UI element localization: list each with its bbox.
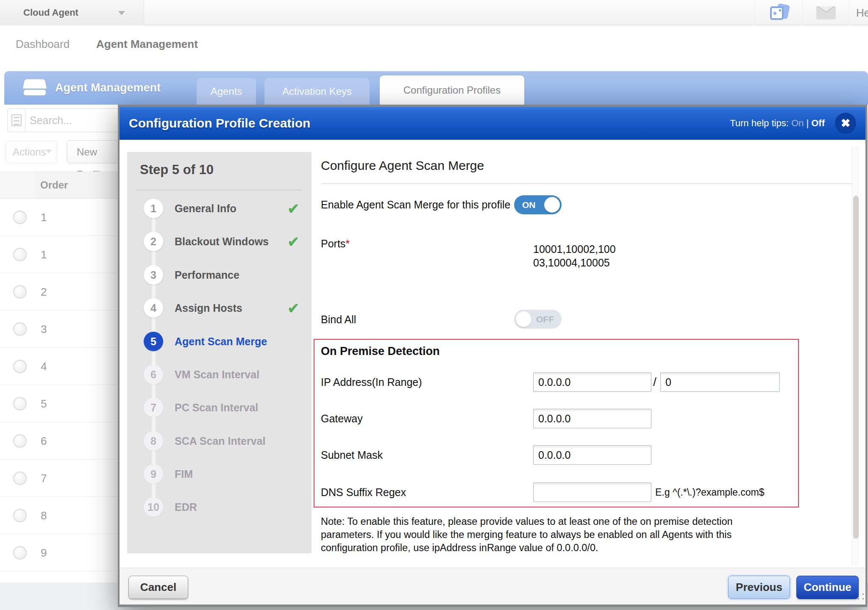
page-title: Configure Agent Scan Merge (321, 158, 484, 173)
ports-label: Ports* (321, 234, 350, 253)
wizard-connector-line (152, 208, 156, 507)
wizard-steps-panel: Step 5 of 10 1 General Info ✔ 2 Blackout… (127, 152, 312, 553)
mail-icon (816, 6, 836, 19)
dns-suffix-regex-label: DNS Suffix Regex (321, 482, 406, 502)
wizard-step-performance[interactable]: 3 Performance ✔ (127, 265, 312, 285)
mail-button[interactable] (802, 0, 849, 25)
order-column-header[interactable]: Order (40, 172, 68, 198)
previous-button[interactable]: Previous (728, 576, 790, 599)
table-row: 3 (0, 311, 127, 348)
breadcrumb-agent-management[interactable]: Agent Management (96, 26, 198, 62)
profiles-list-panel: Actions New Profile Order 1 1 2 3 4 5 6 … (0, 105, 127, 582)
enable-scan-merge-label: Enable Agent Scan Merge for this profile (321, 195, 511, 214)
select-column-header (0, 172, 35, 198)
table-row: 1 (0, 199, 127, 236)
step-number: 5 (144, 332, 163, 351)
bind-all-toggle[interactable]: OFF (514, 310, 562, 329)
order-cell: 7 (41, 460, 47, 497)
table-row: 7 (0, 460, 127, 497)
table-row: 1 (0, 236, 127, 273)
search-filter-button[interactable] (8, 109, 25, 132)
divider (321, 183, 857, 184)
row-radio[interactable] (13, 434, 27, 448)
row-radio[interactable] (13, 285, 27, 299)
cidr-input[interactable] (660, 372, 780, 392)
resize-grip[interactable] (858, 593, 864, 599)
help-tips-toggle: Turn help tips: On | Off (730, 107, 825, 140)
apps-button[interactable]: ★ (754, 0, 802, 25)
step-label: Assign Hosts (175, 298, 242, 318)
actions-button[interactable]: Actions (6, 141, 57, 163)
wizard-step-edr[interactable]: 10 EDR ✔ (127, 497, 312, 517)
subnet-mask-input[interactable] (533, 445, 651, 465)
chevron-down-icon (46, 150, 52, 156)
subnet-mask-label: Subnet Mask (321, 445, 383, 465)
module-picker-label: Cloud Agent (23, 0, 78, 25)
help-link[interactable]: He (849, 0, 868, 25)
cidr-separator: / (653, 372, 657, 392)
table-row: 2 (0, 273, 127, 311)
row-radio[interactable] (13, 248, 27, 261)
close-icon[interactable]: ✖ (835, 113, 856, 134)
breadcrumb-dashboard[interactable]: Dashboard (16, 26, 70, 62)
row-radio[interactable] (13, 546, 27, 560)
step-label: SCA Scan Interval (175, 431, 265, 451)
help-tips-label: Turn help tips: (730, 118, 789, 128)
order-cell: 9 (41, 534, 47, 571)
wizard-step-general-info[interactable]: 1 General Info ✔ (127, 199, 312, 218)
order-cell: 5 (41, 385, 47, 422)
drive-icon (21, 78, 48, 99)
modal-scrollbar-thumb[interactable] (853, 196, 859, 539)
ports-value: 10001,10002,10003,10004,10005 (533, 242, 620, 269)
wizard-step-sca-scan-interval[interactable]: 8 SCA Scan Interval ✔ (127, 431, 312, 451)
step-label: Agent Scan Merge (175, 332, 267, 351)
wizard-step-counter: Step 5 of 10 (140, 162, 214, 177)
tab-agents[interactable]: Agents (197, 78, 256, 105)
check-icon: ✔ (287, 232, 300, 251)
table-rows: 1 1 2 3 4 5 6 7 8 9 (0, 199, 127, 571)
step-label: Blackout Windows (175, 232, 269, 251)
help-label: He (856, 0, 868, 25)
ip-address-label: IP Address(In Range) (321, 372, 422, 392)
ip-address-input[interactable] (533, 372, 651, 392)
search-input[interactable] (30, 110, 123, 131)
wizard-step-blackout-windows[interactable]: 2 Blackout Windows ✔ (127, 232, 312, 251)
enable-scan-merge-toggle[interactable]: ON (514, 195, 562, 214)
continue-button[interactable]: Continue (796, 576, 859, 599)
gateway-input[interactable] (533, 409, 651, 428)
dns-regex-example-hint: E.g ^(.*\.)?example.com$ (655, 482, 765, 502)
step-number: 6 (144, 365, 163, 384)
order-cell: 1 (41, 199, 47, 236)
row-radio[interactable] (13, 211, 27, 224)
step-number: 1 (144, 199, 163, 218)
row-radio[interactable] (13, 397, 27, 410)
step-number: 9 (144, 464, 163, 484)
order-cell: 8 (41, 497, 47, 534)
row-radio[interactable] (13, 322, 27, 336)
apps-icon: ★ (770, 4, 789, 21)
wizard-step-vm-scan-interval[interactable]: 6 VM Scan Interval ✔ (127, 365, 312, 384)
wizard-step-pc-scan-interval[interactable]: 7 PC Scan Interval ✔ (127, 398, 312, 417)
dns-suffix-regex-input[interactable] (533, 482, 651, 502)
breadcrumb: Dashboard Agent Management (0, 26, 868, 70)
configuration-profile-creation-modal: Configuration Profile Creation Turn help… (118, 105, 867, 607)
tab-activation-keys[interactable]: Activation Keys (264, 78, 370, 105)
step-number: 2 (144, 232, 163, 251)
module-title: Agent Management (55, 71, 161, 105)
help-tips-off-link[interactable]: Off (811, 118, 825, 128)
toggle-knob (516, 311, 531, 327)
wizard-step-assign-hosts[interactable]: 4 Assign Hosts ✔ (127, 298, 312, 318)
row-radio[interactable] (13, 471, 27, 485)
cancel-button[interactable]: Cancel (128, 576, 188, 599)
row-radio[interactable] (13, 509, 27, 522)
top-bar: Cloud Agent ★ He (0, 0, 868, 25)
chevron-down-icon (118, 11, 125, 19)
wizard-step-fim[interactable]: 9 FIM ✔ (127, 464, 312, 484)
wizard-step-agent-scan-merge[interactable]: 5 Agent Scan Merge ✔ (127, 332, 312, 351)
tab-configuration-profiles[interactable]: Configuration Profiles (380, 75, 524, 105)
help-tips-on-link[interactable]: On (791, 118, 804, 128)
module-picker-dropdown[interactable]: Cloud Agent (0, 0, 144, 25)
step-number: 3 (144, 265, 163, 285)
modal-footer: Cancel Previous Continue (120, 568, 865, 604)
row-radio[interactable] (13, 360, 27, 373)
